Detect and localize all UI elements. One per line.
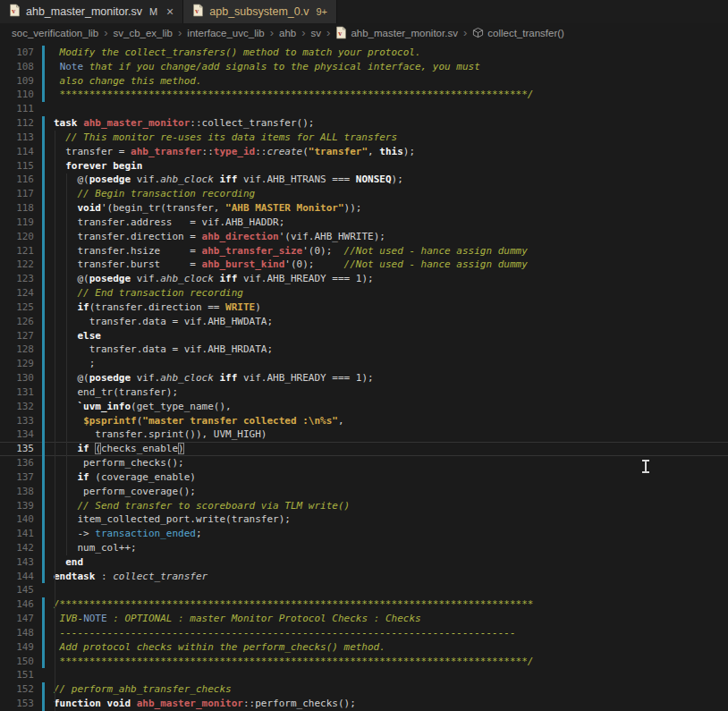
code-line[interactable]: 135 if (checks_enable)	[0, 442, 728, 456]
line-number[interactable]: 119	[0, 216, 34, 230]
tab-apb-subsystem[interactable]: v apb_subsystem_0.v 9+	[183, 0, 337, 23]
line-number[interactable]: 110	[0, 88, 34, 102]
code-line[interactable]: 141 -> transaction_ended;	[0, 527, 728, 541]
code-line[interactable]: 116 @(posedge vif.ahb_clock iff vif.AHB_…	[0, 173, 728, 187]
line-number[interactable]: 139	[0, 499, 34, 513]
breadcrumb-item[interactable]: sv_cb_ex_lib	[114, 28, 173, 38]
code-line[interactable]: 128 transfer.data = vif.AHB_HRDATA;	[0, 343, 728, 357]
line-number[interactable]: 141	[0, 527, 34, 541]
line-number[interactable]: 117	[0, 187, 34, 201]
breadcrumb-item[interactable]: collect_transfer()	[472, 27, 564, 38]
code-line[interactable]: 127 else	[0, 329, 728, 343]
code-line[interactable]: 119 transfer.address = vif.AHB_HADDR;	[0, 216, 728, 230]
code-line[interactable]: 137 if (coverage_enable)	[0, 470, 728, 485]
line-number[interactable]: 122	[0, 258, 34, 272]
code-line[interactable]: 152// perform_ahb_transfer_checks	[0, 682, 728, 697]
code-line[interactable]: 129 ;	[0, 357, 728, 371]
line-number[interactable]: 132	[0, 400, 34, 414]
code-line[interactable]: 124 // End transaction recording	[0, 286, 728, 300]
code-line[interactable]: 122 transfer.burst = ahb_burst_kind'(0);…	[0, 258, 728, 272]
line-number[interactable]: 108	[0, 60, 34, 74]
code-line[interactable]: 125 if(transfer.direction == WRITE)	[0, 300, 728, 315]
line-number[interactable]: 121	[0, 244, 34, 258]
code-line[interactable]: 112task ahb_master_monitor::collect_tran…	[0, 116, 728, 131]
line-number[interactable]: 149	[0, 640, 34, 655]
code-line[interactable]: 117 // Begin transaction recording	[0, 187, 728, 201]
code-line[interactable]: 113 // This monitor re-uses its data ite…	[0, 131, 728, 145]
code-line[interactable]: 118 void'(begin_tr(transfer, "AHB MASTER…	[0, 201, 728, 216]
line-number[interactable]: 107	[0, 46, 34, 60]
code-line[interactable]: 123 @(posedge vif.ahb_clock iff vif.AHB_…	[0, 272, 728, 286]
line-number[interactable]: 146	[0, 597, 34, 612]
code-line[interactable]: 130 @(posedge vif.ahb_clock iff vif.AHB_…	[0, 371, 728, 385]
code-line[interactable]: 147 IVB-NOTE : OPTIONAL : master Monitor…	[0, 612, 728, 626]
line-number[interactable]: 151	[0, 668, 34, 682]
code-line[interactable]: 110 ************************************…	[0, 88, 728, 102]
code-line[interactable]: 115 forever begin	[0, 159, 728, 174]
editor-pane[interactable]: 107 Modify the collect_transfers() metho…	[0, 42, 728, 711]
line-number[interactable]: 145	[0, 583, 34, 597]
line-number[interactable]: 116	[0, 173, 34, 187]
line-number[interactable]: 127	[0, 329, 34, 343]
line-number[interactable]: 147	[0, 612, 34, 626]
line-number[interactable]: 123	[0, 272, 34, 286]
line-number[interactable]: 115	[0, 159, 34, 174]
line-number[interactable]: 120	[0, 230, 34, 244]
line-number[interactable]: 138	[0, 485, 34, 499]
code-line[interactable]: 120 transfer.direction = ahb_direction'(…	[0, 230, 728, 244]
line-number[interactable]: 152	[0, 682, 34, 697]
code-line[interactable]: 140 item_collected_port.write(transfer);	[0, 512, 728, 527]
code-line[interactable]: 146/************************************…	[0, 597, 728, 612]
code-line[interactable]: 150 ************************************…	[0, 655, 728, 669]
line-number[interactable]: 129	[0, 357, 34, 371]
code-line[interactable]: 136 perform_checks();	[0, 456, 728, 470]
line-number[interactable]: 113	[0, 131, 34, 145]
line-number[interactable]: 148	[0, 626, 34, 640]
tab-ahb-master-monitor[interactable]: v ahb_master_monitor.sv M ×	[0, 0, 183, 23]
code-line[interactable]: 114 transfer = ahb_transfer::type_id::cr…	[0, 145, 728, 159]
code-line[interactable]: 145	[0, 583, 728, 597]
code-line[interactable]: 142 num_col++;	[0, 541, 728, 555]
line-number[interactable]: 130	[0, 371, 34, 385]
line-number[interactable]: 118	[0, 201, 34, 216]
code-line[interactable]: 133 $psprintf("master transfer collected…	[0, 414, 728, 428]
code-line[interactable]: 132 `uvm_info(get_type_name(),	[0, 400, 728, 414]
line-number[interactable]: 142	[0, 541, 34, 555]
line-number[interactable]: 124	[0, 286, 34, 300]
code-line[interactable]: 143 end	[0, 555, 728, 570]
breadcrumb-item[interactable]: sv	[311, 28, 322, 38]
line-number[interactable]: 144	[0, 570, 34, 584]
line-number[interactable]: 136	[0, 456, 34, 470]
code-line[interactable]: 108 Note that if you change/add signals …	[0, 60, 728, 74]
code-line[interactable]: 126 transfer.data = vif.AHB_HWDATA;	[0, 315, 728, 329]
breadcrumb-item[interactable]: interface_uvc_lib	[187, 28, 264, 38]
line-number[interactable]: 150	[0, 655, 34, 669]
code-line[interactable]: 121 transfer.hsize = ahb_transfer_size'(…	[0, 244, 728, 258]
line-number[interactable]: 114	[0, 145, 34, 159]
code-line[interactable]: 153function void ahb_master_monitor::per…	[0, 697, 728, 711]
line-number[interactable]: 133	[0, 414, 34, 428]
code-line[interactable]: 134 transfer.sprint()), UVM_HIGH)	[0, 427, 728, 442]
breadcrumb-item[interactable]: ahb	[279, 28, 296, 38]
code-line[interactable]: 131 end_tr(transfer);	[0, 385, 728, 400]
line-number[interactable]: 143	[0, 555, 34, 570]
code-line[interactable]: 109 also change this method.	[0, 74, 728, 89]
code-line[interactable]: 151	[0, 668, 728, 682]
line-number[interactable]: 111	[0, 102, 34, 116]
line-number[interactable]: 112	[0, 116, 34, 131]
line-number[interactable]: 109	[0, 74, 34, 89]
line-number[interactable]: 125	[0, 300, 34, 315]
line-number[interactable]: 126	[0, 315, 34, 329]
breadcrumb-item[interactable]: soc_verification_lib	[12, 28, 98, 38]
line-number[interactable]: 137	[0, 470, 34, 485]
line-number[interactable]: 140	[0, 512, 34, 527]
code-line[interactable]: 138 perform_coverage();	[0, 485, 728, 499]
close-icon[interactable]: ×	[166, 4, 174, 19]
breadcrumb-item[interactable]: v ahb_master_monitor.sv	[335, 26, 458, 39]
line-number[interactable]: 153	[0, 697, 34, 711]
code-line[interactable]: 144endtask : collect_transfer	[0, 570, 728, 584]
code-line[interactable]: 139 // Send transfer to scoreboard via T…	[0, 499, 728, 513]
line-number[interactable]: 135	[0, 442, 34, 456]
line-number[interactable]: 134	[0, 427, 34, 442]
code-line[interactable]: 148 ------------------------------------…	[0, 626, 728, 640]
